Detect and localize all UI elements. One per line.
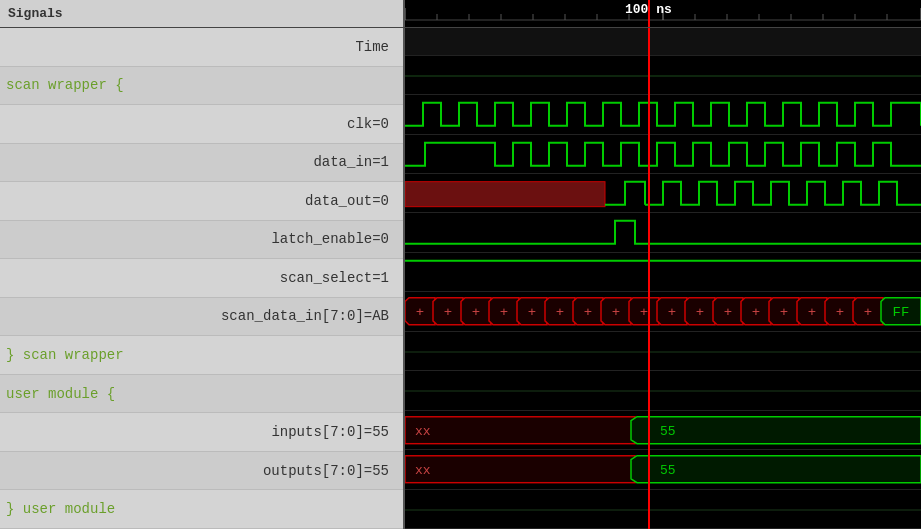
signal-row-scan-select: scan_select=1 <box>0 259 403 298</box>
waveform-row-scan-select <box>405 253 921 292</box>
signal-row-scan-data-in: scan_data_in[7:0]=AB <box>0 298 403 337</box>
svg-text:+: + <box>528 306 536 321</box>
svg-text:+: + <box>612 306 620 321</box>
svg-text:xx: xx <box>415 424 431 439</box>
waveform-row-clk <box>405 95 921 134</box>
svg-text:+: + <box>668 306 676 321</box>
signal-row-data-in: data_in=1 <box>0 144 403 183</box>
signal-inputs: inputs[7:0]=55 <box>0 424 395 440</box>
signal-row-inputs: inputs[7:0]=55 <box>0 413 403 452</box>
waveform-row-scan-wrapper-label <box>405 56 921 95</box>
svg-text:+: + <box>752 306 760 321</box>
svg-rect-59 <box>405 416 635 443</box>
signal-row-outputs: outputs[7:0]=55 <box>0 452 403 491</box>
waveform-panel[interactable]: + + + + + + + + + + + + + + + + + <box>405 28 921 529</box>
waveform-row-time <box>405 28 921 56</box>
svg-text:+: + <box>416 306 424 321</box>
signal-clk: clk=0 <box>0 116 395 132</box>
signals-panel: Time scan wrapper { clk=0 data_in=1 data… <box>0 28 405 529</box>
waveform-row-inputs: xx 55 <box>405 411 921 450</box>
signal-scan-data-in: scan_data_in[7:0]=AB <box>0 308 395 324</box>
svg-text:+: + <box>696 306 704 321</box>
signal-row-data-out: data_out=0 <box>0 182 403 221</box>
waveform-row-scan-wrapper-close <box>405 332 921 371</box>
signal-row-time: Time <box>0 28 403 67</box>
signal-row-scan-wrapper-open: scan wrapper { <box>0 67 403 106</box>
waveform-row-latch-enable <box>405 213 921 252</box>
cursor-line <box>648 28 650 529</box>
signal-data-in: data_in=1 <box>0 154 395 170</box>
signal-row-clk: clk=0 <box>0 105 403 144</box>
svg-text:55: 55 <box>660 424 676 439</box>
svg-text:+: + <box>584 306 592 321</box>
signal-user-module-open: user module { <box>0 386 395 402</box>
time-header: 100 ns <box>405 0 921 27</box>
signal-latch-enable: latch_enable=0 <box>0 231 395 247</box>
svg-text:55: 55 <box>660 463 676 478</box>
signal-row-user-module-close: } user module <box>0 490 403 529</box>
signals-header: Signals <box>0 0 405 27</box>
svg-text:+: + <box>500 306 508 321</box>
signal-scan-wrapper-close: } scan wrapper <box>0 347 395 363</box>
waveform-row-outputs: xx 55 <box>405 450 921 489</box>
signal-scan-wrapper-open: scan wrapper { <box>0 77 395 93</box>
signal-row-latch-enable: latch_enable=0 <box>0 221 403 260</box>
svg-text:+: + <box>472 306 480 321</box>
waveform-row-data-out <box>405 174 921 213</box>
signal-row-scan-wrapper-close: } scan wrapper <box>0 336 403 375</box>
signal-user-module-close: } user module <box>0 501 395 517</box>
svg-rect-20 <box>405 182 605 207</box>
svg-text:+: + <box>836 306 844 321</box>
svg-rect-63 <box>405 456 635 483</box>
waveform-row-user-module-close <box>405 490 921 529</box>
svg-text:+: + <box>444 306 452 321</box>
signal-time: Time <box>0 39 395 55</box>
waveform-row-data-in <box>405 135 921 174</box>
svg-text:+: + <box>556 306 564 321</box>
top-bar: Signals 100 ns <box>0 0 921 28</box>
svg-text:+: + <box>724 306 732 321</box>
svg-text:+: + <box>780 306 788 321</box>
svg-text:+: + <box>808 306 816 321</box>
signal-data-out: data_out=0 <box>0 193 395 209</box>
svg-text:+: + <box>864 306 872 321</box>
signal-outputs: outputs[7:0]=55 <box>0 463 395 479</box>
svg-text:xx: xx <box>415 463 431 478</box>
signal-row-user-module-open: user module { <box>0 375 403 414</box>
main-content: Time scan wrapper { clk=0 data_in=1 data… <box>0 28 921 529</box>
signal-scan-select: scan_select=1 <box>0 270 395 286</box>
signals-label: Signals <box>8 6 63 21</box>
waveform-row-user-module-label <box>405 371 921 410</box>
waveform-row-scan-data-in: + + + + + + + + + + + + + + + + + <box>405 292 921 331</box>
svg-text:FF: FF <box>893 306 910 321</box>
